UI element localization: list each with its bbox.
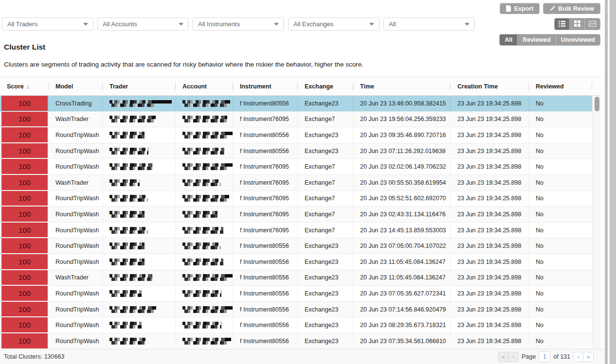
- account-cell: [176, 317, 233, 333]
- trader-cell: [103, 175, 176, 191]
- model-cell: RoundTripWash: [49, 238, 103, 254]
- inner-page-scrollbar[interactable]: [605, 0, 608, 364]
- column-header-creation-time[interactable]: Creation Time: [451, 77, 529, 95]
- instrument-cell: f Instrument80556: [233, 302, 298, 317]
- column-header-instrument[interactable]: Instrument: [233, 77, 298, 95]
- table-row[interactable]: 100 RoundTripWash f Instrument76095 Exch…: [0, 191, 601, 207]
- model-cell: WashTrader: [49, 270, 103, 286]
- account-cell: [176, 302, 233, 317]
- account-cell: [176, 286, 233, 301]
- model-cell: RoundTripWash: [49, 143, 103, 159]
- column-header-score[interactable]: Score ↓: [0, 77, 49, 95]
- instrument-cell: f Instrument76095: [233, 191, 298, 207]
- table-row[interactable]: 100 RoundTripWash f Instrument76095 Exch…: [0, 223, 601, 239]
- creation-time-cell: 23 Jun 23 19:34:25.898: [451, 270, 529, 286]
- table-row[interactable]: 100 WashTrader f Instrument76095 Exchang…: [0, 112, 601, 128]
- table-row[interactable]: 100 RoundTripWash f Instrument76095 Exch…: [0, 207, 601, 223]
- column-header-reviewed[interactable]: Reviewed: [529, 77, 592, 95]
- table-row[interactable]: 100 WashTrader f Instrument80556 Exchang…: [0, 270, 601, 286]
- time-cell: 20 Jun 23 09:35:46.890.720716: [353, 127, 451, 143]
- table-row[interactable]: 100 RoundTripWash f Instrument80556 Exch…: [0, 302, 601, 318]
- time-header-label: Time: [360, 83, 374, 90]
- table-scrollbar[interactable]: [592, 96, 601, 349]
- reviewed-cell: No: [529, 238, 592, 254]
- export-button[interactable]: Export: [500, 3, 540, 14]
- time-cell: 20 Jun 23 08:29:35.673.718321: [353, 317, 451, 333]
- score-badge: 100: [1, 223, 48, 238]
- chevron-down-icon: [179, 23, 183, 26]
- account-cell: [176, 191, 233, 207]
- table-row[interactable]: 100 RoundTripWash f Instrument76095 Exch…: [0, 159, 601, 175]
- tab-all[interactable]: All: [500, 35, 518, 45]
- account-redacted-value: [182, 259, 223, 265]
- account-cell: [176, 270, 233, 286]
- table-row[interactable]: 100 RoundTripWash f Instrument80556 Exch…: [0, 317, 601, 333]
- table-row[interactable]: 100 RoundTripWash f Instrument80556 Exch…: [0, 333, 601, 349]
- model-cell: RoundTripWash: [49, 254, 103, 270]
- total-clusters-label: Total Clusters: 130663: [4, 353, 64, 360]
- trader-redacted-value: [109, 100, 172, 107]
- reviewed-cell: No: [529, 96, 592, 111]
- chart-view-toggle[interactable]: [585, 18, 600, 30]
- score-cell: 100: [0, 175, 49, 191]
- account-redacted-value: [182, 306, 233, 313]
- review-tab-group: All Reviewed Unreviewed: [499, 34, 600, 46]
- table-body: 100 CrossTrading f Instrument80556 Excha…: [0, 96, 601, 349]
- instrument-cell: f Instrument80556: [233, 96, 298, 111]
- column-header-account[interactable]: Account: [176, 77, 233, 95]
- last-page-button[interactable]: »: [583, 352, 594, 362]
- exchange-cell: Exchange23: [298, 270, 353, 286]
- model-header-label: Model: [55, 83, 73, 90]
- table-row[interactable]: 100 RoundTripWash f Instrument80556 Exch…: [0, 254, 601, 270]
- list-view-toggle[interactable]: [555, 18, 570, 30]
- creation-time-cell: 23 Jun 23 19:34:25.898: [451, 127, 529, 143]
- account-redacted-value: [182, 116, 227, 122]
- previous-page-button[interactable]: ‹: [508, 352, 519, 362]
- list-icon: [559, 20, 565, 29]
- grid-view-toggle[interactable]: [570, 18, 585, 30]
- table-row[interactable]: 100 WashTrader f Instrument76095 Exchang…: [0, 175, 601, 191]
- bulk-review-label: Bulk Review: [558, 5, 594, 12]
- trader-cell: [103, 127, 176, 143]
- column-header-model[interactable]: Model: [49, 77, 103, 95]
- exchange-cell: Exchange23: [298, 317, 353, 333]
- time-cell: 20 Jun 23 07:11:26.292.019638: [353, 143, 451, 159]
- table-row[interactable]: 100 RoundTripWash f Instrument80556 Exch…: [0, 127, 601, 143]
- column-header-trader[interactable]: Trader: [103, 77, 176, 95]
- tab-reviewed[interactable]: Reviewed: [518, 35, 556, 45]
- accounts-filter[interactable]: All Accounts: [97, 17, 189, 31]
- exchanges-filter[interactable]: All Exchanges: [288, 17, 380, 31]
- score-cell: 100: [0, 254, 49, 270]
- all-filter[interactable]: All: [383, 17, 475, 31]
- first-page-button[interactable]: «: [498, 352, 508, 362]
- trader-cell: [103, 286, 176, 301]
- table-row[interactable]: 100 RoundTripWash f Instrument80556 Exch…: [0, 286, 601, 302]
- trader-redacted-value: [109, 132, 145, 139]
- column-header-time[interactable]: Time: [353, 77, 451, 95]
- browser-scrollbar[interactable]: [610, 0, 616, 364]
- table-row[interactable]: 100 RoundTripWash f Instrument80556 Exch…: [0, 238, 601, 254]
- bulk-review-button[interactable]: Bulk Review: [543, 3, 600, 14]
- table-scrollbar-thumb[interactable]: [595, 97, 599, 111]
- account-cell: [176, 127, 233, 143]
- score-cell: 100: [0, 159, 49, 174]
- tab-unreviewed-label: Unreviewed: [561, 36, 595, 43]
- model-cell: RoundTripWash: [49, 207, 103, 222]
- account-cell: [176, 159, 233, 174]
- score-badge: 100: [1, 159, 48, 174]
- page-number-input[interactable]: [539, 351, 550, 362]
- column-header-exchange[interactable]: Exchange: [298, 77, 353, 95]
- table-row[interactable]: 100 CrossTrading f Instrument80556 Excha…: [0, 96, 601, 112]
- trader-redacted-value: [109, 322, 142, 329]
- instruments-filter[interactable]: All Instruments: [193, 17, 284, 31]
- instrument-cell: f Instrument76095: [233, 223, 298, 238]
- trader-redacted-value: [109, 338, 145, 345]
- score-badge: 100: [1, 302, 48, 317]
- time-cell: 20 Jun 23 11:05:45.084.136247: [353, 254, 451, 270]
- next-page-button[interactable]: ›: [573, 352, 583, 362]
- traders-filter[interactable]: All Traders: [2, 17, 93, 31]
- tab-unreviewed[interactable]: Unreviewed: [556, 35, 600, 45]
- exchanges-filter-value: All Exchanges: [293, 20, 333, 28]
- instrument-cell: f Instrument80556: [233, 127, 298, 143]
- table-row[interactable]: 100 RoundTripWash f Instrument80556 Exch…: [0, 143, 601, 159]
